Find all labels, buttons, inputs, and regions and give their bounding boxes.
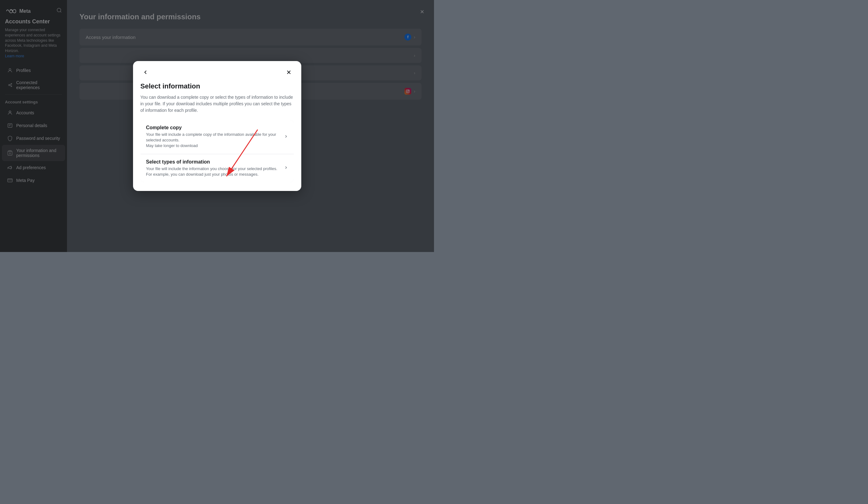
chevron-right-complete: [284, 134, 288, 139]
select-types-option[interactable]: Select types of information Your file wi…: [141, 154, 294, 182]
modal-overlay: Select information You can download a co…: [0, 0, 434, 252]
modal-header: [133, 61, 301, 77]
complete-copy-option[interactable]: Complete copy Your file will include a c…: [141, 120, 294, 154]
options-container: Complete copy Your file will include a c…: [141, 120, 294, 182]
select-types-content: Select types of information Your file wi…: [146, 159, 280, 177]
close-x-icon: [286, 69, 292, 75]
modal-close-button[interactable]: [284, 67, 294, 77]
select-types-chevron: [284, 165, 288, 171]
modal-body: Select information You can download a co…: [133, 77, 301, 191]
modal-back-button[interactable]: [141, 67, 151, 77]
modal-description: You can download a complete copy or sele…: [141, 94, 294, 114]
complete-copy-desc: Your file will include a complete copy o…: [146, 132, 280, 149]
complete-copy-note: May take longer to download: [146, 143, 198, 148]
complete-copy-content: Complete copy Your file will include a c…: [146, 125, 280, 149]
select-types-title: Select types of information: [146, 159, 280, 165]
chevron-right-types: [284, 165, 288, 170]
modal: Select information You can download a co…: [133, 61, 301, 191]
complete-copy-chevron: [284, 134, 288, 139]
modal-title: Select information: [141, 82, 294, 90]
complete-copy-title: Complete copy: [146, 125, 280, 130]
select-types-desc: Your file will include the information y…: [146, 166, 280, 177]
back-chevron-icon: [142, 69, 148, 75]
